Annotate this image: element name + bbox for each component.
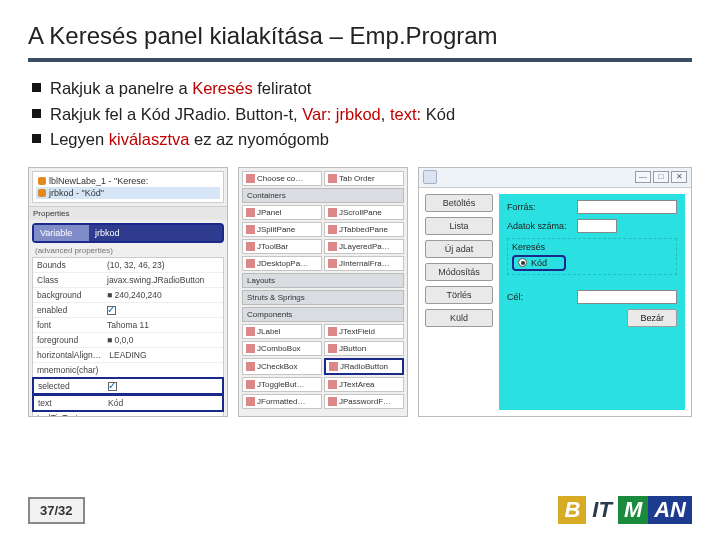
kereses-label: Keresés bbox=[512, 242, 672, 252]
window-titlebar: — □ ✕ bbox=[419, 168, 691, 188]
betoltes-button[interactable]: Betöltés bbox=[425, 194, 493, 212]
pal-jlayeredpane[interactable]: JLayeredPa… bbox=[324, 239, 404, 254]
bezar-button[interactable]: Bezár bbox=[627, 309, 677, 327]
palette-pane: Choose co… Tab Order Containers JPanel J… bbox=[238, 167, 408, 417]
minimize-button[interactable]: — bbox=[635, 171, 651, 183]
bullet-list: Rakjuk a panelre a Keresés feliratot Rak… bbox=[28, 76, 692, 153]
pal-jtogglebutton[interactable]: JToggleBut… bbox=[242, 377, 322, 392]
pal-jtoolbar[interactable]: JToolBar bbox=[242, 239, 322, 254]
variable-label: Variable bbox=[34, 225, 89, 241]
cyan-form-panel: Forrás: Adatok száma: Keresés Kód Cél: bbox=[499, 194, 685, 410]
pal-jscrollpane[interactable]: JScrollPane bbox=[324, 205, 404, 220]
left-button-column: Betöltés Lista Új adat Módosítás Törlés … bbox=[425, 194, 493, 410]
pal-jformatted[interactable]: JFormatted… bbox=[242, 394, 322, 409]
checkbox-icon[interactable] bbox=[107, 306, 116, 315]
tree-row-label[interactable]: lblNewLabe_1 - "Kerese: bbox=[36, 175, 220, 187]
pal-jpasswordf[interactable]: JPasswordF… bbox=[324, 394, 404, 409]
palette-taborder[interactable]: Tab Order bbox=[324, 171, 404, 186]
kod-radio-label: Kód bbox=[531, 258, 547, 268]
palette-h-components: Components bbox=[242, 307, 404, 322]
modositas-button[interactable]: Módosítás bbox=[425, 263, 493, 281]
slide-title: A Keresés panel kialakítása – Emp.Progra… bbox=[28, 22, 692, 50]
pal-jpanel[interactable]: JPanel bbox=[242, 205, 322, 220]
adatok-label: Adatok száma: bbox=[507, 219, 569, 233]
component-tree: lblNewLabe_1 - "Kerese: jrbkod - "Kód" bbox=[32, 171, 224, 203]
tree-row-jrbkod[interactable]: jrbkod - "Kód" bbox=[36, 187, 220, 199]
pal-jtextarea[interactable]: JTextArea bbox=[324, 377, 404, 392]
pal-jbutton[interactable]: JButton bbox=[324, 341, 404, 356]
torles-button[interactable]: Törlés bbox=[425, 286, 493, 304]
maximize-button[interactable]: □ bbox=[653, 171, 669, 183]
properties-pane: lblNewLabe_1 - "Kerese: jrbkod - "Kód" P… bbox=[28, 167, 228, 417]
property-grid: Bounds(10, 32, 46, 23) Classjavax.swing.… bbox=[32, 257, 224, 417]
prop-selected[interactable]: selected bbox=[32, 377, 224, 395]
cursor-icon bbox=[246, 174, 255, 183]
pal-jcombobox[interactable]: JComboBox bbox=[242, 341, 322, 356]
palette-choose[interactable]: Choose co… bbox=[242, 171, 322, 186]
preview-window: — □ ✕ Betöltés Lista Új adat Módosítás T… bbox=[418, 167, 692, 417]
adatok-field[interactable] bbox=[577, 219, 617, 233]
kiiras-button[interactable]: Küld bbox=[425, 309, 493, 327]
ujadat-button[interactable]: Új adat bbox=[425, 240, 493, 258]
variable-value[interactable]: jrbkod bbox=[89, 225, 222, 241]
kod-radio[interactable]: Kód bbox=[512, 255, 566, 271]
variable-row: Variable jrbkod bbox=[32, 223, 224, 243]
checkbox-icon[interactable] bbox=[108, 382, 117, 391]
properties-tab[interactable]: Properties bbox=[29, 206, 227, 220]
pal-jdesktoppane[interactable]: JDesktopPa… bbox=[242, 256, 322, 271]
forras-field[interactable] bbox=[577, 200, 677, 214]
bullet-3: Legyen kiválasztva ez az nyomógomb bbox=[32, 127, 692, 153]
palette-h-layouts: Layouts bbox=[242, 273, 404, 288]
palette-h-struts: Struts & Springs bbox=[242, 290, 404, 305]
advanced-hint: (advanced properties) bbox=[29, 246, 227, 257]
title-rule bbox=[28, 58, 692, 62]
screenshot-composite: lblNewLabe_1 - "Kerese: jrbkod - "Kód" P… bbox=[28, 167, 692, 417]
kereses-panel: Keresés Kód bbox=[507, 238, 677, 275]
bitman-logo: BITMAN bbox=[558, 496, 692, 524]
cel-field[interactable] bbox=[577, 290, 677, 304]
bullet-2: Rakjuk fel a Kód JRadio. Button-t, Var: … bbox=[32, 102, 692, 128]
radio-icon bbox=[518, 258, 527, 267]
radio-icon bbox=[38, 189, 46, 197]
pal-jtextfield[interactable]: JTextField bbox=[324, 324, 404, 339]
pal-jradiobutton[interactable]: JRadioButton bbox=[324, 358, 404, 375]
pal-jinternalframe[interactable]: JInternalFra… bbox=[324, 256, 404, 271]
cel-label: Cél: bbox=[507, 290, 569, 304]
pal-jtabbedpane[interactable]: JTabbedPane bbox=[324, 222, 404, 237]
page-number: 37/32 bbox=[28, 497, 85, 524]
forras-label: Forrás: bbox=[507, 200, 569, 214]
close-button[interactable]: ✕ bbox=[671, 171, 687, 183]
bullet-1: Rakjuk a panelre a Keresés feliratot bbox=[32, 76, 692, 102]
window-icon bbox=[423, 170, 437, 184]
label-icon bbox=[38, 177, 46, 185]
pal-jcheckbox[interactable]: JCheckBox bbox=[242, 358, 322, 375]
pal-jlabel[interactable]: JLabel bbox=[242, 324, 322, 339]
tab-icon bbox=[328, 174, 337, 183]
palette-h-containers: Containers bbox=[242, 188, 404, 203]
lista-button[interactable]: Lista bbox=[425, 217, 493, 235]
pal-jsplitpane[interactable]: JSplitPane bbox=[242, 222, 322, 237]
prop-text[interactable]: textKód bbox=[32, 394, 224, 412]
